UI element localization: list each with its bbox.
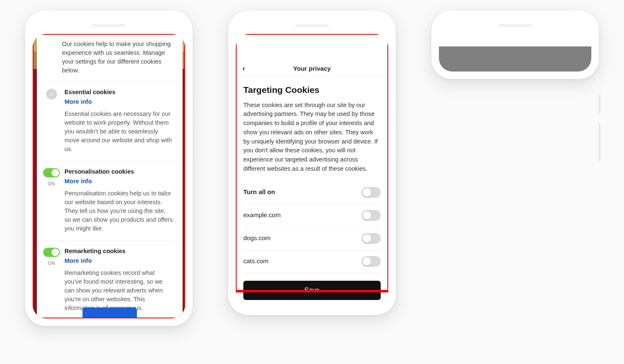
phone-side-button: [193, 123, 194, 161]
toggle-state-label: ON: [48, 181, 55, 187]
row-label: example.com: [243, 210, 281, 220]
phone-speaker: [92, 24, 126, 27]
toggle-row-turn-all-on: Turn all on: [243, 181, 381, 204]
phone-side-button: [396, 94, 397, 113]
section-title: Personalisation cookies: [64, 167, 173, 176]
switch-toggle[interactable]: [361, 233, 381, 244]
page-background-bar: [439, 46, 591, 72]
phone-mockup-2: ‹ Your privacy Targeting Cookies These c…: [228, 10, 396, 315]
row-label: cats.com: [243, 256, 268, 266]
more-info-link[interactable]: More info: [64, 97, 173, 106]
cookie-section-personalisation: ON Personalisation cookies More info Per…: [37, 161, 183, 241]
more-info-link[interactable]: More info: [64, 177, 173, 186]
phone-mockup-1: Our cookies help to make your shopping e…: [25, 10, 193, 326]
phone-side-button: [599, 123, 601, 161]
switch-toggle[interactable]: [361, 256, 381, 267]
phone-screen-3: We and our partners store or access info…: [439, 34, 591, 72]
toggle-on-icon[interactable]: [43, 168, 60, 177]
toggle-on-icon[interactable]: [43, 248, 60, 257]
back-icon[interactable]: ‹: [242, 64, 245, 73]
phone-side-button: [193, 94, 194, 113]
more-info-link[interactable]: More info: [64, 256, 173, 265]
cookie-settings-panel: Our cookies help to make your shopping e…: [37, 34, 183, 318]
phone-speaker: [498, 24, 532, 27]
page-body-text: These cookies are set through our site b…: [243, 101, 381, 174]
phone-side-button: [599, 94, 601, 113]
row-label: Turn all on: [243, 187, 275, 197]
phone-mockup-3: We and our partners store or access info…: [431, 10, 599, 79]
section-body: Personalisation cookies help us to tailo…: [64, 189, 173, 233]
toggle-state-label: ON: [48, 260, 55, 267]
toggle-list: Turn all on example.com dogs.com cats.co…: [243, 181, 381, 273]
section-body: Essential cookies are necessary for our …: [64, 110, 173, 154]
section-title: Remarketing cookies: [64, 247, 173, 256]
modal-header: ‹ Your privacy: [236, 61, 388, 77]
section-title: Essential cookies: [64, 88, 173, 97]
cookie-section-essential: ✓ Essential cookies More info Essential …: [37, 82, 183, 161]
row-label: dogs.com: [243, 233, 271, 243]
toggle-row: example.com: [243, 204, 381, 227]
section-body: Remarketing cookies record what you've f…: [64, 269, 173, 313]
cookie-intro-text: Our cookies help to make your shopping e…: [37, 34, 183, 82]
switch-toggle[interactable]: [361, 187, 381, 198]
phone-side-button: [396, 123, 397, 161]
phone-screen-1: Our cookies help to make your shopping e…: [33, 34, 185, 318]
phone-speaker: [295, 24, 329, 27]
toggle-row: cats.com: [243, 250, 381, 273]
header-title: Your privacy: [293, 65, 331, 72]
save-button[interactable]: [83, 308, 137, 318]
check-icon: ✓: [46, 89, 57, 100]
phone-screen-2: ‹ Your privacy Targeting Cookies These c…: [236, 34, 388, 308]
switch-toggle[interactable]: [361, 210, 381, 221]
cookie-section-remarketing: ON Remarketing cookies More info Remarke…: [37, 241, 183, 318]
toggle-row: dogs.com: [243, 227, 381, 250]
save-button[interactable]: Save: [243, 281, 381, 300]
page-title: Targeting Cookies: [243, 83, 381, 97]
